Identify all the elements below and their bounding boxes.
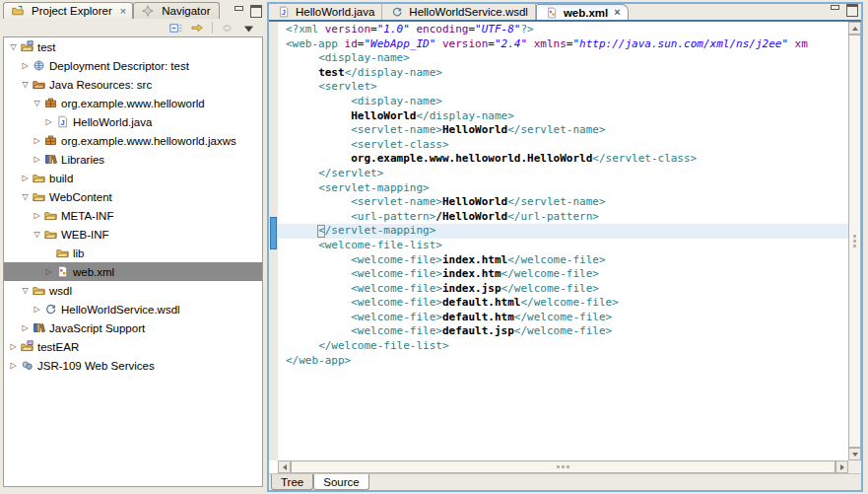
expand-arrow-icon[interactable]: ▷ [8,361,19,370]
tree-item-meta-inf[interactable]: ▷META-INF [4,206,262,225]
code-line[interactable]: <welcome-file>index.jsp</welcome-file> [278,282,848,297]
code-line[interactable]: <welcome-file>default.jsp</welcome-file> [278,324,848,339]
eclipse-workbench: { "colors": { "background": "#edeae2", "… [0,0,868,494]
horizontal-scrollbar[interactable] [278,460,848,473]
tree-item-org-example-www-helloworld-jaxws[interactable]: ▷org.example.www.helloworld.jaxws [4,131,262,150]
tree-item-web-inf[interactable]: ▽WEB-INF [4,225,262,244]
expand-arrow-icon[interactable]: ▷ [20,174,31,182]
code-line[interactable]: <display-name> [278,95,848,109]
expand-arrow-icon[interactable]: ▷ [20,323,31,332]
code-line[interactable]: </servlet> [278,167,848,181]
editor-tab-web-xml[interactable]: web.xml× [536,4,629,20]
web-services-icon [19,358,34,373]
tree-item-libraries[interactable]: ▷Libraries [4,150,262,169]
navigator-icon [140,4,156,19]
tree-item-label: Libraries [58,154,107,166]
code-line[interactable]: <?xml version="1.0" encoding="UTF-8"?> [278,23,848,37]
editor-tabbar: JHelloWorld.javaHelloWorldService.wsdlwe… [269,4,861,22]
maximize-button[interactable] [249,5,261,15]
synchronize-button[interactable] [220,21,234,35]
expand-arrow-icon[interactable]: ▷ [20,61,31,70]
expand-arrow-icon[interactable]: ▷ [8,342,19,351]
code-line[interactable]: test</display-name> [278,66,848,81]
expand-arrow-icon[interactable]: ▷ [32,305,42,314]
project-explorer-view: Project Explorer×Navigator ▽test▷Deploym… [0,0,266,494]
editor-tab-helloworld-java[interactable]: JHelloWorld.java [269,4,382,20]
code-line[interactable]: </web-app> [278,354,848,369]
tree-item-webcontent[interactable]: ▽WebContent [4,187,262,206]
expand-arrow-icon[interactable]: ▽ [20,80,31,89]
code-line[interactable]: <welcome-file>index.html</welcome-file> [278,253,848,268]
tree-item-java-resources-src[interactable]: ▽Java Resources: src [4,75,262,94]
tree-item-helloworld-java[interactable]: ▷JHelloWorld.java [4,112,262,131]
code-area[interactable]: <?xml version="1.0" encoding="UTF-8"?><w… [278,22,848,460]
view-tabbar: Project Explorer×Navigator [3,2,263,19]
tree-item-lib[interactable]: lib [4,244,262,262]
close-icon[interactable]: × [120,6,126,17]
code-line[interactable]: </welcome-file-list> [278,339,848,354]
expand-arrow-icon[interactable]: ▽ [20,286,31,295]
scroll-up-button[interactable] [848,22,861,35]
collapse-all-button[interactable] [168,21,183,35]
code-line[interactable]: <welcome-file>default.htm</welcome-file> [278,311,848,325]
code-line[interactable]: <welcome-file>default.html</welcome-file… [278,296,848,311]
tree-item-javascript-support[interactable]: ▷JavaScript Support [4,318,262,337]
expand-arrow-icon[interactable]: ▷ [43,267,54,276]
horizontal-scroll-thumb[interactable] [291,460,835,473]
scroll-left-button[interactable] [278,460,291,473]
editor-tab-helloworldservice-wsdl[interactable]: HelloWorldService.wsdl [382,4,536,20]
code-line[interactable]: HelloWorld</display-name> [278,109,848,124]
tree-item-org-example-www-helloworld[interactable]: ▽org.example.www.helloworld [4,94,262,112]
code-line[interactable]: <web-app id="WebApp_ID" version="2.4" xm… [278,37,848,52]
tree-item-test[interactable]: ▽test [4,37,262,56]
code-line[interactable]: <welcome-file-list> [278,239,848,253]
code-line[interactable]: <url-pattern>/HelloWorld</url-pattern> [278,210,848,225]
minimize-button[interactable] [233,5,244,15]
tree-item-label: JavaScript Support [46,322,148,334]
code-line[interactable]: <display-name> [278,51,848,66]
page-tab-source[interactable]: Source [313,474,368,490]
expand-arrow-icon[interactable]: ▷ [32,211,42,220]
expand-arrow-icon[interactable]: ▷ [32,136,42,145]
tree-item-jsr-109-web-services[interactable]: ▷JSR-109 Web Services [4,356,262,375]
view-menu-button[interactable] [241,21,256,35]
code-line[interactable]: <welcome-file>index.htm</welcome-file> [278,267,848,282]
folder-icon [31,171,46,185]
maximize-button[interactable] [845,4,857,14]
code-line[interactable]: <servlet-mapping> [278,181,848,196]
tree-item-wsdl[interactable]: ▽wsdl [4,281,262,300]
vertical-scrollbar[interactable] [848,22,861,460]
expand-arrow-icon[interactable]: ▽ [32,99,42,107]
tree-item-testear[interactable]: ▷testEAR [4,337,262,356]
minimize-button[interactable] [829,4,840,14]
java-file-icon: J [54,114,70,129]
close-icon[interactable]: × [614,7,620,18]
tree-item-helloworldservice-wsdl[interactable]: ▷HelloWorldService.wsdl [4,300,262,318]
annotation-ruler [269,22,278,460]
scroll-right-button[interactable] [835,460,848,473]
vertical-scroll-thumb[interactable] [848,35,861,448]
view-tab-label: Navigator [159,5,213,17]
tree-item-web-xml[interactable]: ▷web.xml [4,262,262,281]
view-tab-navigator[interactable]: Navigator [133,2,220,19]
package-icon [42,96,58,110]
code-line[interactable]: </servlet-mapping> [278,224,848,239]
code-line[interactable]: <servlet-class> [278,138,848,153]
expand-arrow-icon[interactable]: ▽ [20,192,31,201]
scroll-down-button[interactable] [848,448,861,460]
code-line[interactable]: <servlet-name>HelloWorld</servlet-name> [278,123,848,138]
tree-item-deployment-descriptor-test[interactable]: ▷Deployment Descriptor: test [4,56,262,75]
xml-source-editor[interactable]: <?xml version="1.0" encoding="UTF-8"?><w… [269,22,861,473]
expand-arrow-icon[interactable]: ▽ [32,230,42,239]
view-tab-project-explorer[interactable]: Project Explorer× [3,2,133,19]
expand-arrow-icon[interactable]: ▷ [43,117,54,126]
link-with-editor-button[interactable] [190,21,205,35]
expand-arrow-icon[interactable]: ▽ [8,42,19,51]
tree-item-build[interactable]: ▷build [4,169,262,187]
code-line[interactable]: <servlet> [278,80,848,95]
tree-item-label: web.xml [70,266,117,278]
code-line[interactable]: org.example.www.helloworld.HelloWorld</s… [278,152,848,167]
page-tab-tree[interactable]: Tree [271,474,313,490]
expand-arrow-icon[interactable]: ▷ [32,155,42,164]
code-line[interactable]: <servlet-name>HelloWorld</servlet-name> [278,195,848,210]
